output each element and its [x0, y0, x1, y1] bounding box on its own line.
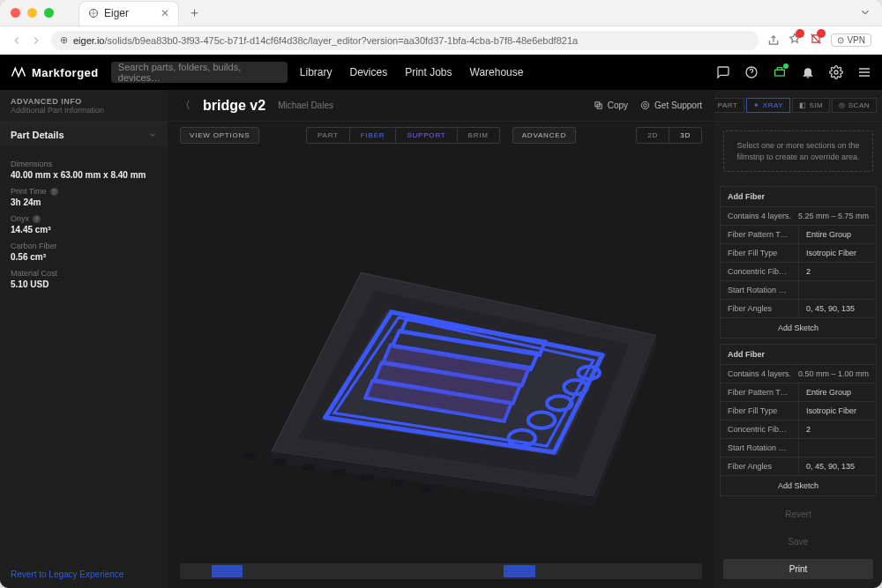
nav-library[interactable]: Library [300, 66, 333, 78]
chat-icon[interactable] [716, 65, 730, 79]
advanced-info-block: ADVANCED INFO Additional Part Informatio… [0, 90, 168, 123]
printer-status-icon[interactable] [773, 65, 787, 79]
mode-xray-tab[interactable]: ✦ XRAY [746, 98, 790, 113]
nav-warehouse[interactable]: Warehouse [470, 66, 524, 78]
url-host: eiger.io [73, 35, 104, 46]
layer-mode-segment: PART FIBER SUPPORT BRIM [306, 127, 500, 144]
fiber-fill-select[interactable]: Isotropic Fiber [798, 244, 876, 262]
start-rotation-input[interactable] [798, 281, 876, 299]
mode-scan-tab[interactable]: ◎ SCAN [832, 98, 877, 113]
copy-button[interactable]: Copy [594, 100, 628, 110]
fiber-angles-input[interactable]: 0, 45, 90, 135 [798, 300, 876, 317]
add-sketch-button[interactable]: Add Sketch [721, 318, 876, 338]
center-toolbar: VIEW OPTIONS PART FIBER SUPPORT BRIM ADV… [168, 122, 714, 148]
svg-rect-3 [777, 68, 781, 71]
fiber-group-title: Add Fiber [721, 187, 876, 207]
nav-arrows [11, 34, 42, 47]
layer-filmstrip[interactable] [180, 563, 702, 579]
svg-rect-30 [418, 485, 433, 491]
right-panel: ◦ PART ✦ XRAY ◧ SIM ◎ SCAN Select one or… [714, 90, 882, 588]
svg-rect-25 [272, 458, 287, 465]
expand-tabs-button[interactable] [859, 6, 871, 19]
close-window-button[interactable] [11, 8, 20, 18]
url-path: /solids/b9ea83b0-3f93-475c-b71f-d14cf6f4… [104, 35, 578, 46]
nav-devices[interactable]: Devices [349, 66, 387, 78]
mode-part[interactable]: PART [307, 128, 350, 143]
browser-toolbar: ⊕ eiger.io /solids/b9ea83b0-3f93-475c-b7… [0, 26, 882, 55]
extensions-button[interactable] [789, 33, 801, 48]
svg-rect-26 [301, 464, 316, 470]
svg-point-8 [644, 104, 647, 108]
brand-mark-icon [11, 64, 26, 80]
chevron-down-icon [148, 130, 157, 139]
help-icon[interactable] [744, 65, 759, 79]
svg-rect-2 [775, 70, 785, 76]
view-mode-tabs: ◦ PART ✦ XRAY ◧ SIM ◎ SCAN [714, 90, 882, 122]
search-input[interactable]: Search parts, folders, builds, devices… [111, 62, 288, 83]
save-button[interactable]: Save [723, 532, 873, 552]
forward-button[interactable] [30, 34, 42, 47]
help-badge-icon[interactable]: ? [33, 215, 41, 223]
header-icons [716, 65, 871, 79]
browser-tab[interactable]: Eiger ✕ [78, 1, 179, 26]
notifications-browser-button[interactable] [810, 33, 822, 48]
menu-icon[interactable] [857, 65, 871, 79]
share-icon[interactable] [767, 34, 780, 47]
copy-icon [594, 100, 603, 110]
app-header: Markforged Search parts, folders, builds… [0, 55, 882, 90]
print-button[interactable]: Print [723, 559, 873, 579]
part-titlebar: 〈 bridge v2 Michael Dales Copy Get Suppo… [168, 90, 714, 122]
filmstrip-selection[interactable] [504, 565, 535, 577]
part-details-header[interactable]: Part Details [0, 123, 168, 147]
add-sketch-button[interactable]: Add Sketch [721, 476, 876, 495]
tab-favicon-icon [88, 8, 99, 19]
gear-icon[interactable] [829, 65, 843, 79]
browser-tab-strip: Eiger ✕ ＋ [0, 0, 882, 26]
advanced-info-sub: Additional Part Information [11, 106, 157, 115]
legacy-link[interactable]: Revert to Legacy Experience [0, 561, 168, 588]
help-badge-icon[interactable]: ? [50, 188, 58, 196]
part-owner: Michael Dales [278, 100, 333, 110]
svg-point-7 [641, 101, 648, 108]
filmstrip-selection[interactable] [212, 565, 243, 577]
main-nav: Library Devices Print Jobs Warehouse [300, 66, 524, 78]
view-3d[interactable]: 3D [669, 128, 701, 143]
detail-value: 40.00 mm x 63.00 mm x 8.40 mm [11, 170, 157, 180]
minimize-window-button[interactable] [27, 8, 37, 18]
brand-logo[interactable]: Markforged [11, 64, 99, 80]
bell-icon[interactable] [801, 65, 815, 79]
lifebuoy-icon [640, 100, 650, 110]
back-icon[interactable]: 〈 [180, 98, 191, 113]
tab-title: Eiger [104, 7, 129, 19]
mode-brim[interactable]: BRIM [458, 128, 499, 143]
back-button[interactable] [11, 34, 23, 47]
fiber-pattern-select[interactable]: Entire Group [798, 226, 876, 243]
part-render [209, 179, 674, 527]
fullscreen-window-button[interactable] [44, 8, 54, 18]
address-bar[interactable]: ⊕ eiger.io /solids/b9ea83b0-3f93-475c-b7… [51, 31, 759, 50]
support-button[interactable]: Get Support [640, 100, 702, 110]
mode-fiber[interactable]: FIBER [350, 128, 397, 143]
svg-rect-24 [243, 453, 258, 459]
detail-label: Dimensions [11, 160, 157, 168]
dim-segment: 2D 3D [636, 127, 702, 144]
view-options-button[interactable]: VIEW OPTIONS [180, 127, 259, 144]
close-tab-button[interactable]: ✕ [161, 7, 169, 19]
new-tab-button[interactable]: ＋ [188, 4, 201, 21]
mode-support[interactable]: SUPPORT [396, 128, 457, 143]
concentric-rings-input[interactable]: 2 [798, 263, 876, 280]
3d-viewport[interactable] [168, 148, 714, 558]
app: Markforged Search parts, folders, builds… [0, 55, 882, 588]
browser-right-controls: ⊙ VPN [767, 33, 871, 48]
fiber-group-1: Add Fiber Contains 4 layers.5.25 mm – 5.… [720, 186, 877, 339]
revert-button[interactable]: Revert [723, 504, 873, 525]
window-controls [11, 8, 54, 18]
mode-sim-tab[interactable]: ◧ SIM [792, 98, 830, 113]
nav-print-jobs[interactable]: Print Jobs [405, 66, 452, 78]
svg-rect-29 [389, 480, 404, 486]
view-2d[interactable]: 2D [637, 128, 669, 143]
left-panel: ADVANCED INFO Additional Part Informatio… [0, 90, 168, 588]
advanced-button[interactable]: ADVANCED [512, 127, 576, 144]
vpn-indicator[interactable]: ⊙ VPN [831, 33, 871, 47]
advanced-info-title: ADVANCED INFO [11, 97, 157, 106]
